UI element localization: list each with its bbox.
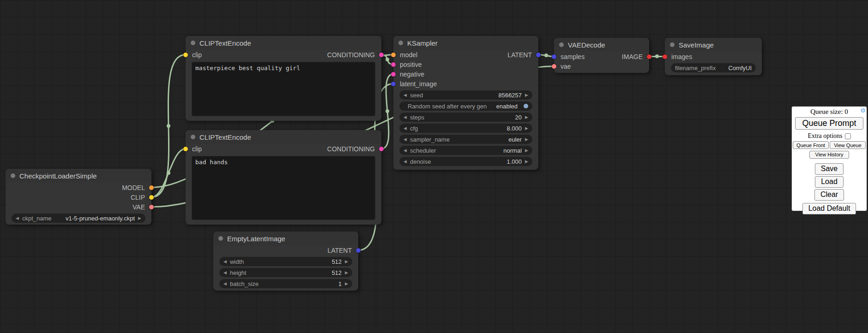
arrow-right-icon[interactable]: ▶ xyxy=(345,282,348,286)
node-checkpoint-loader-simple[interactable]: CheckpointLoaderSimple MODEL CLIP VAE ◀ … xyxy=(6,169,151,225)
negative-input-slot[interactable] xyxy=(391,72,396,77)
filename-prefix-widget[interactable]: filename_prefix ComfyUI xyxy=(671,63,756,72)
arrow-right-icon[interactable]: ▶ xyxy=(345,260,348,264)
arrow-left-icon[interactable]: ◀ xyxy=(16,216,19,220)
seed-widget[interactable]: ◀ seed 8566257 ▶ xyxy=(399,90,532,100)
clip-input-slot[interactable] xyxy=(183,53,188,57)
node-graph-canvas[interactable]: CheckpointLoaderSimple MODEL CLIP VAE ◀ … xyxy=(0,0,868,333)
vae-input-slot[interactable] xyxy=(552,64,556,69)
arrow-left-icon[interactable]: ◀ xyxy=(223,282,227,286)
model-input-slot[interactable] xyxy=(391,53,396,57)
arrow-right-icon[interactable]: ▶ xyxy=(525,115,528,119)
extra-options-checkbox[interactable] xyxy=(845,133,851,139)
denoise-widget[interactable]: ◀ denoise 1.000 ▶ xyxy=(399,157,532,166)
node-title-bar[interactable]: VAEDecode xyxy=(554,38,649,52)
node-empty-latent-image[interactable]: EmptyLatentImage LATENT ◀ width 512 ▶ ◀ … xyxy=(213,232,358,291)
node-ksampler[interactable]: KSampler model LATENT positive negative … xyxy=(393,36,538,170)
settings-gear-icon[interactable]: ⚙ xyxy=(860,107,866,114)
height-widget[interactable]: ◀ height 512 ▶ xyxy=(219,268,352,277)
arrow-right-icon[interactable]: ▶ xyxy=(525,137,528,142)
image-output-slot[interactable] xyxy=(647,54,651,59)
node-save-image[interactable]: SaveImage images filename_prefix ComfyUI xyxy=(665,38,762,75)
queue-prompt-button[interactable]: Queue Prompt xyxy=(795,117,863,130)
arrow-left-icon[interactable]: ◀ xyxy=(404,137,407,142)
arrow-left-icon[interactable]: ◀ xyxy=(404,126,407,131)
node-title-bar[interactable]: KSampler xyxy=(393,36,538,50)
cfg-widget[interactable]: ◀ cfg 8.000 ▶ xyxy=(399,124,532,133)
latent-output-slot[interactable] xyxy=(536,53,541,57)
widget-value[interactable]: 8566257 xyxy=(498,92,522,99)
random-seed-toggle-widget[interactable]: Random seed after every gen enabled xyxy=(399,101,532,111)
output-slot-row: VAE xyxy=(6,202,151,212)
arrow-left-icon[interactable]: ◀ xyxy=(404,160,407,164)
arrow-left-icon[interactable]: ◀ xyxy=(404,115,407,119)
load-default-button[interactable]: Load Default xyxy=(802,203,856,214)
output-label-vae: VAE xyxy=(133,203,145,211)
widget-value[interactable]: 1.000 xyxy=(507,158,522,165)
node-collapse-dot[interactable] xyxy=(559,42,564,47)
clip-input-slot[interactable] xyxy=(183,147,188,151)
node-title-bar[interactable]: CLIPTextEncode xyxy=(186,130,381,144)
arrow-left-icon[interactable]: ◀ xyxy=(223,271,227,275)
arrow-right-icon[interactable]: ▶ xyxy=(345,271,348,275)
images-input-slot[interactable] xyxy=(663,54,667,59)
save-button[interactable]: Save xyxy=(815,163,844,175)
view-queue-button[interactable]: View Queue xyxy=(830,141,866,149)
queue-front-button[interactable]: Queue Front xyxy=(793,141,829,149)
arrow-left-icon[interactable]: ◀ xyxy=(404,93,407,97)
widget-value[interactable]: 512 xyxy=(332,269,342,276)
width-widget[interactable]: ◀ width 512 ▶ xyxy=(219,257,352,266)
sampler-name-widget[interactable]: ◀ sampler_name euler ▶ xyxy=(399,135,532,144)
widget-value[interactable]: 8.000 xyxy=(507,125,522,132)
scheduler-widget[interactable]: ◀ scheduler normal ▶ xyxy=(399,146,532,155)
node-title-bar[interactable]: CheckpointLoaderSimple xyxy=(6,169,151,183)
node-clip-text-encode-negative[interactable]: CLIPTextEncode clip CONDITIONING bad han… xyxy=(186,130,381,225)
arrow-left-icon[interactable]: ◀ xyxy=(223,260,227,264)
node-collapse-dot[interactable] xyxy=(11,173,15,178)
node-clip-text-encode-positive[interactable]: CLIPTextEncode clip CONDITIONING masterp… xyxy=(186,36,381,121)
steps-widget[interactable]: ◀ steps 20 ▶ xyxy=(399,113,532,122)
widget-value[interactable]: 512 xyxy=(332,258,342,265)
node-vae-decode[interactable]: VAEDecode samples IMAGE vae xyxy=(554,38,649,73)
arrow-right-icon[interactable]: ▶ xyxy=(525,160,528,164)
node-collapse-dot[interactable] xyxy=(398,41,403,45)
view-history-button[interactable]: View History xyxy=(809,151,849,159)
widget-value[interactable]: normal xyxy=(503,147,522,154)
widget-value[interactable]: ComfyUI xyxy=(728,65,752,71)
widget-value[interactable]: 1 xyxy=(338,280,342,287)
node-title-bar[interactable]: CLIPTextEncode xyxy=(186,36,381,50)
node-collapse-dot[interactable] xyxy=(191,135,195,139)
node-collapse-dot[interactable] xyxy=(670,42,675,47)
arrow-right-icon[interactable]: ▶ xyxy=(138,216,141,220)
arrow-right-icon[interactable]: ▶ xyxy=(525,149,528,153)
batch-size-widget[interactable]: ◀ batch_size 1 ▶ xyxy=(219,279,352,288)
arrow-right-icon[interactable]: ▶ xyxy=(525,93,528,97)
slot-row: images xyxy=(665,52,762,61)
model-output-slot[interactable] xyxy=(149,185,154,190)
clear-button[interactable]: Clear xyxy=(814,189,844,201)
latent-output-slot[interactable] xyxy=(356,248,361,253)
widget-value[interactable]: euler xyxy=(508,136,522,143)
samples-input-slot[interactable] xyxy=(552,54,556,59)
negative-prompt-textarea[interactable]: bad hands xyxy=(192,156,375,220)
conditioning-output-slot[interactable] xyxy=(379,53,384,57)
node-title-bar[interactable]: SaveImage xyxy=(665,38,762,52)
widget-value[interactable]: v1-5-pruned-emaonly.ckpt xyxy=(66,215,135,222)
arrow-right-icon[interactable]: ▶ xyxy=(525,126,528,131)
positive-prompt-textarea[interactable]: masterpiece best quality girl xyxy=(192,62,375,116)
toggle-indicator-dot[interactable] xyxy=(524,104,528,108)
ckpt-name-widget[interactable]: ◀ ckpt_name v1-5-pruned-emaonly.ckpt ▶ xyxy=(12,214,145,223)
node-title-bar[interactable]: EmptyLatentImage xyxy=(213,232,358,245)
node-collapse-dot[interactable] xyxy=(191,41,195,45)
load-button[interactable]: Load xyxy=(815,176,844,188)
clip-output-slot[interactable] xyxy=(149,195,154,200)
positive-input-slot[interactable] xyxy=(391,62,396,67)
node-collapse-dot[interactable] xyxy=(218,236,223,241)
vae-output-slot[interactable] xyxy=(149,205,154,209)
widget-value[interactable]: 20 xyxy=(515,114,522,121)
conditioning-output-slot[interactable] xyxy=(379,147,384,151)
comfy-menu-panel: Queue size: 0 ⚙ Queue Prompt Extra optio… xyxy=(791,106,867,211)
arrow-left-icon[interactable]: ◀ xyxy=(404,149,407,153)
latent-image-input-slot[interactable] xyxy=(391,82,396,86)
slot-row: negative xyxy=(393,69,538,79)
